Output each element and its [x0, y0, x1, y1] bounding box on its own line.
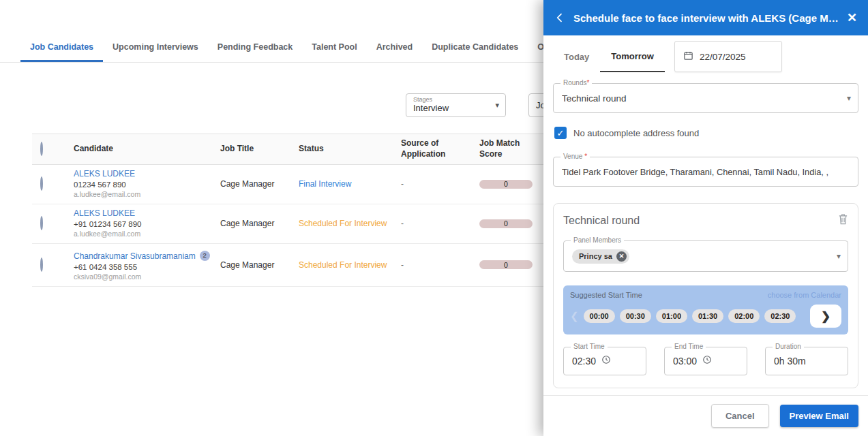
table-header-row: Candidate Job Title Status Source of App…	[32, 134, 618, 165]
candidate-name-link[interactable]: ALEKS LUDKEE	[74, 169, 220, 180]
end-time-label: End Time	[672, 343, 706, 350]
remove-member-icon[interactable]: ✕	[616, 251, 627, 262]
chevron-right-icon: ❯	[821, 309, 830, 324]
candidate-email: cksiva09@gmail.com	[74, 272, 220, 282]
cancel-button[interactable]: Cancel	[711, 404, 769, 428]
start-time-field[interactable]: Start Time 02:30	[563, 347, 646, 375]
chevron-left-icon[interactable]: ❮	[570, 310, 579, 322]
row-radio[interactable]	[40, 216, 43, 230]
time-slot[interactable]: 01:30	[692, 309, 723, 323]
time-slot[interactable]: 01:00	[656, 309, 687, 323]
clock-icon[interactable]	[601, 355, 611, 367]
col-header-candidate: Candidate	[74, 144, 220, 155]
tab-today[interactable]: Today	[553, 41, 600, 72]
time-slot[interactable]: 02:00	[728, 309, 760, 323]
choose-from-calendar-link[interactable]: choose from Calendar	[768, 291, 841, 299]
candidate-source: -	[401, 260, 479, 270]
col-header-source: Source of Application	[401, 138, 479, 159]
autocomplete-checkbox-row: ✓ No autocomplete address found	[554, 127, 857, 139]
candidate-job-title: Cage Manager	[220, 219, 299, 228]
tab-archived[interactable]: Archived	[367, 32, 423, 62]
panel-member-name: Princy sa	[579, 252, 612, 260]
time-slot[interactable]: 00:00	[584, 309, 615, 323]
start-time-label: Start Time	[571, 343, 608, 350]
candidate-status: Scheduled For Interview	[299, 219, 401, 228]
candidate-name-link[interactable]: ALEKS LUDKEE	[74, 208, 220, 219]
venue-value: Tidel Park Footover Bridge, Tharamani, C…	[562, 167, 828, 177]
checkbox-checked[interactable]: ✓	[554, 127, 567, 139]
drawer-footer: Cancel Preview Email	[543, 395, 868, 436]
candidate-name-link[interactable]: Chandrakumar Sivasubramaniam	[74, 251, 196, 261]
tab-pending-feedback[interactable]: Pending Feedback	[208, 32, 302, 62]
suggested-start-time-label: Suggested Start Time	[570, 291, 642, 299]
round-card-title: Technical round	[563, 215, 848, 227]
tab-talent-pool[interactable]: Talent Pool	[302, 32, 366, 62]
date-picker[interactable]: 22/07/2025	[674, 41, 782, 72]
candidate-job-title: Cage Manager	[220, 260, 299, 270]
table-row: Chandrakumar Sivasubramaniam2 +61 0424 3…	[32, 244, 618, 287]
candidate-source: -	[401, 179, 479, 189]
stages-filter-label: Stages	[413, 96, 498, 103]
back-icon[interactable]	[554, 12, 565, 23]
col-header-status: Status	[299, 144, 401, 155]
table-row: ALEKS LUDKEE 01234 567 890 a.ludkee@emai…	[32, 165, 618, 204]
tab-tomorrow[interactable]: Tomorrow	[600, 41, 665, 72]
end-time-field[interactable]: End Time 03:00	[664, 347, 747, 375]
drawer-body: Today Tomorrow 22/07/2025 Rounds* Techni…	[543, 35, 868, 395]
delete-round-icon[interactable]	[838, 213, 848, 228]
panel-member-chip: Princy sa ✕	[572, 249, 629, 264]
select-all-radio[interactable]	[40, 142, 43, 156]
col-header-job-title: Job Title	[220, 144, 299, 155]
chevron-down-icon: ▾	[495, 101, 499, 110]
duration-label: Duration	[773, 343, 804, 350]
time-fields-row: Start Time 02:30 End Time 03:00	[563, 347, 848, 375]
screen: Job Candidates Upcoming Interviews Pendi…	[0, 0, 868, 436]
candidate-email: a.ludkee@email.com	[74, 190, 220, 200]
rounds-dropdown[interactable]: Rounds* Technical round ▾	[553, 83, 858, 113]
chevron-down-icon: ▾	[837, 251, 841, 261]
drawer-header: Schedule face to face interview with ALE…	[543, 0, 868, 35]
job-match-score-bar: 0	[479, 260, 533, 269]
candidate-phone: +61 0424 358 555	[74, 262, 220, 272]
checkbox-label: No autocomplete address found	[573, 128, 699, 138]
tab-duplicate-candidates[interactable]: Duplicate Candidates	[422, 32, 528, 62]
next-slots-button[interactable]: ❯	[810, 305, 841, 328]
row-radio[interactable]	[40, 258, 43, 272]
duration-field[interactable]: Duration 0h 30m	[765, 347, 848, 375]
tab-job-candidates[interactable]: Job Candidates	[20, 32, 103, 62]
candidate-phone: 01234 567 890	[74, 180, 220, 190]
table-row: ALEKS LUDKEE +91 01234 567 890 a.ludkee@…	[32, 204, 618, 244]
candidate-status: Scheduled For Interview	[299, 260, 401, 270]
candidate-job-title: Cage Manager	[220, 179, 299, 189]
venue-label: Venue *	[560, 153, 590, 160]
chevron-down-icon: ▾	[847, 93, 851, 103]
duration-value: 0h 30m	[774, 356, 806, 367]
job-match-score-bar: 0	[479, 219, 533, 228]
suggested-start-time-panel: Suggested Start Time choose from Calenda…	[563, 285, 848, 334]
tab-upcoming-interviews[interactable]: Upcoming Interviews	[103, 32, 208, 62]
candidates-table: Candidate Job Title Status Source of App…	[32, 134, 618, 287]
rounds-label: Rounds*	[560, 79, 592, 87]
drawer-title: Schedule face to face interview with ALE…	[573, 12, 839, 24]
preview-email-button[interactable]: Preview Email	[780, 405, 858, 427]
date-selector-row: Today Tomorrow 22/07/2025	[553, 41, 858, 72]
time-slot-row: ❮ 00:00 00:30 01:00 01:30 02:00 02:30 ❯	[570, 305, 841, 328]
venue-field[interactable]: Venue * Tidel Park Footover Bridge, Thar…	[553, 157, 858, 187]
panel-members-label: Panel Members	[571, 236, 624, 244]
time-slot[interactable]: 02:30	[764, 309, 796, 323]
job-match-score-bar: 0	[479, 180, 533, 189]
date-value: 22/07/2025	[700, 52, 746, 62]
candidate-phone: +91 01234 567 890	[74, 219, 220, 230]
clock-icon[interactable]	[702, 355, 712, 367]
candidate-status: Final Interview	[299, 179, 401, 189]
stages-filter-dropdown[interactable]: Stages Interview ▾	[406, 93, 506, 117]
close-icon[interactable]: ✕	[847, 10, 857, 25]
candidate-source: -	[401, 219, 479, 228]
candidate-email: a.ludkee@email.com	[74, 230, 220, 239]
time-slot[interactable]: 00:30	[620, 309, 651, 323]
duplicate-count-badge: 2	[200, 251, 210, 261]
panel-members-field[interactable]: Panel Members Princy sa ✕ ▾	[563, 240, 848, 272]
rounds-value: Technical round	[562, 93, 627, 104]
calendar-icon	[683, 50, 693, 63]
row-radio[interactable]	[40, 176, 43, 191]
